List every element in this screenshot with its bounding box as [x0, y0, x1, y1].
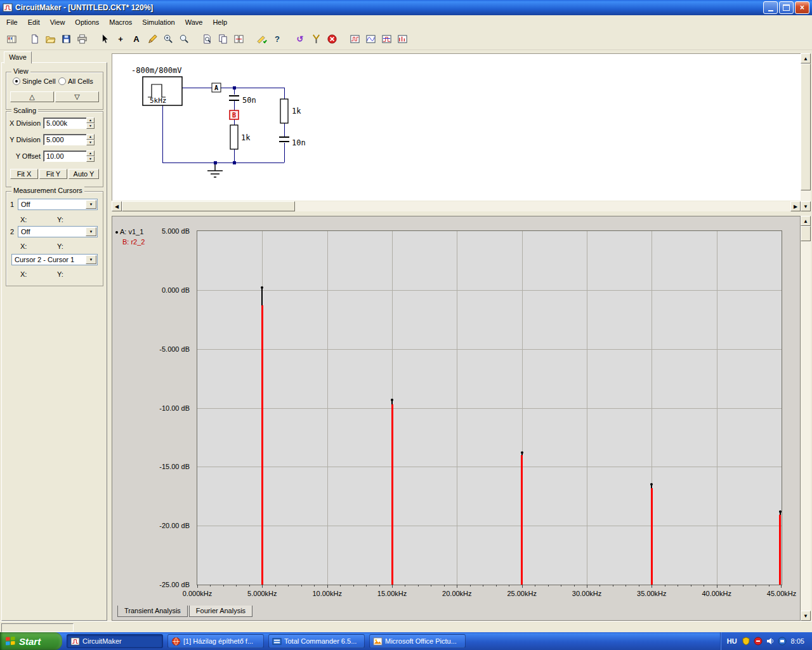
axis-tick [730, 585, 730, 587]
single-cell-radio[interactable]: Single Cell [13, 77, 56, 85]
scroll-left-button[interactable]: ◀ [112, 201, 122, 211]
maximize-button[interactable] [779, 1, 794, 14]
toolbar-button[interactable] [74, 32, 89, 46]
series-b-impulse [651, 488, 653, 585]
x-division-spinner[interactable]: ▲▼ [86, 117, 95, 129]
status-box [1, 623, 74, 632]
y-tick-label: 5.000 dB [162, 227, 190, 235]
capacitor1-value-label: 50n [242, 96, 256, 105]
close-button[interactable]: × [795, 1, 809, 14]
tab-wave[interactable]: Wave [4, 51, 32, 63]
language-indicator[interactable]: HU [727, 637, 737, 645]
toolbar-button[interactable] [379, 32, 394, 46]
menu-item[interactable]: Wave [180, 17, 208, 28]
y-division-spinner[interactable]: ▲▼ [86, 134, 95, 145]
toolbar-button[interactable] [215, 32, 230, 46]
toolbar-button[interactable] [27, 32, 42, 46]
scroll-up-button[interactable]: ▲ [801, 216, 811, 226]
auto-y-button[interactable]: Auto Y [69, 169, 99, 179]
menu-item[interactable]: View [45, 17, 70, 28]
taskbar-button[interactable]: [1] Házilag építhető f... [167, 634, 264, 648]
axis-tick [379, 585, 380, 587]
toolbar-button[interactable] [395, 32, 410, 46]
gridline-horizontal [197, 467, 782, 467]
toolbar-button[interactable]: + [113, 32, 128, 46]
x-division-input[interactable]: 5.000k [43, 117, 89, 129]
schematic-area[interactable]: A B -800m/800mV 5kHz 50n 1k 1k 10n [112, 53, 801, 201]
circuitmaker-window: CircuitMaker - [UNTITLED.CKT* 120%] × Fi… [0, 0, 812, 650]
tray-msg-icon[interactable] [754, 637, 763, 646]
maximize-icon [783, 4, 790, 11]
resistor2-value-label: 1k [292, 107, 301, 116]
cursor1-x-label: X: [20, 216, 27, 223]
gridline-horizontal [197, 290, 782, 291]
toolbar-button[interactable] [324, 32, 339, 46]
spin-up-icon: ▲ [86, 117, 95, 123]
series-a-marker [779, 510, 782, 513]
scroll-up-button[interactable]: ▲ [801, 53, 811, 63]
axis-tick [561, 585, 561, 587]
scrollbar-thumb[interactable] [801, 226, 811, 241]
axis-tick [327, 585, 328, 588]
toolbar-button[interactable] [145, 32, 160, 46]
scroll-down-button[interactable]: ▼ [801, 611, 811, 621]
toolbar-button[interactable] [363, 32, 378, 46]
y-offset-spinner[interactable]: ▲▼ [86, 150, 95, 162]
fit-x-button[interactable]: Fit X [10, 169, 38, 179]
toolbar-button[interactable] [97, 32, 112, 46]
toolbar-button[interactable] [308, 32, 324, 46]
toolbar-button[interactable] [347, 32, 362, 46]
analysis-tab[interactable]: Transient Analysis [117, 606, 188, 617]
toolbar-button[interactable] [254, 32, 269, 46]
toolbar-button[interactable] [43, 32, 58, 46]
y-offset-input[interactable]: 10.00 [43, 150, 89, 162]
taskbar-button[interactable]: CircuitMaker [67, 634, 163, 648]
start-button[interactable]: Start [0, 632, 62, 650]
scroll-right-button[interactable]: ▶ [790, 201, 801, 211]
menu-item[interactable]: File [1, 17, 23, 28]
menu-item[interactable]: Edit [23, 17, 45, 28]
minimize-button[interactable] [763, 1, 778, 14]
toolbar-button[interactable] [199, 32, 214, 46]
scroll-down-button[interactable]: ▼ [801, 201, 811, 211]
schematic-v-scrollbar: ▲ ▼ [801, 53, 811, 211]
cell-down-button[interactable]: ▽ [55, 91, 99, 102]
toolbar-button[interactable] [231, 32, 246, 46]
analysis-tab[interactable]: Fourier Analysis [189, 606, 252, 617]
menu-item[interactable]: Options [70, 17, 104, 28]
toolbar-button[interactable]: ↺ [292, 32, 308, 46]
volume-icon[interactable] [766, 637, 775, 646]
taskbar-button[interactable]: Microsoft Office Pictu... [369, 634, 466, 648]
gridline-horizontal [197, 526, 782, 526]
toolbar-button[interactable] [160, 32, 176, 46]
scrollbar-thumb[interactable] [801, 63, 811, 190]
tray-network-icon[interactable] [778, 637, 787, 646]
chevron-down-icon[interactable]: ▼ [86, 227, 96, 236]
cursor-diff-dropdown[interactable]: Cursor 2 - Cursor 1 ▼ [11, 254, 98, 265]
chevron-down-icon[interactable]: ▼ [86, 255, 96, 264]
axis-tick [470, 585, 471, 587]
scrollbar-track[interactable] [801, 216, 811, 621]
all-cells-radio[interactable]: All Cells [58, 77, 93, 85]
menu-item[interactable]: Help [207, 17, 232, 28]
cell-up-button[interactable]: △ [10, 91, 54, 102]
menu-item[interactable]: Simulation [137, 17, 180, 28]
taskbar-button[interactable]: Total Commander 6.5... [268, 634, 365, 648]
cursor2-dropdown[interactable]: Off ▼ [18, 226, 98, 237]
menu-item[interactable]: Macros [104, 17, 137, 28]
fit-y-button[interactable]: Fit Y [39, 169, 67, 179]
split-view-icon [233, 34, 244, 44]
cursor1-dropdown[interactable]: Off ▼ [18, 199, 98, 210]
toolbar-button[interactable] [176, 32, 192, 46]
toolbar-button[interactable]: ? [270, 32, 285, 46]
toolbar-button[interactable]: A [129, 32, 144, 46]
toolbar-button[interactable] [4, 32, 19, 46]
y-division-input[interactable]: 5.000 [43, 134, 89, 145]
series-b-impulse [779, 515, 781, 585]
toolbar-button[interactable] [58, 32, 74, 46]
tray-shield-icon[interactable] [742, 637, 750, 646]
chevron-down-icon[interactable]: ▼ [86, 200, 96, 209]
gridline-horizontal [197, 349, 782, 350]
scrollbar-thumb[interactable] [122, 201, 295, 211]
plot-area[interactable] [197, 230, 782, 585]
